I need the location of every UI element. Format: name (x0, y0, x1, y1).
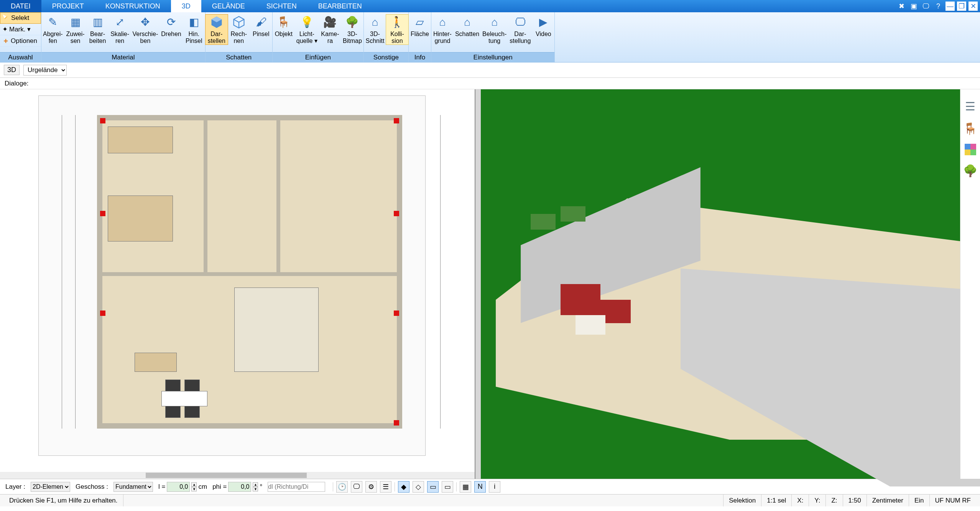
plan-canvas[interactable] (38, 95, 426, 456)
skalieren-button[interactable]: ⤢ Skalie-ren (109, 15, 131, 44)
info-icon[interactable]: i (489, 481, 500, 493)
abgreifen-button[interactable]: ✎ Abgrei-fen (41, 15, 64, 44)
cursor-icon (3, 15, 10, 21)
group-info: ▱ Fläche Info (409, 12, 431, 62)
snap2-icon[interactable]: ◇ (413, 481, 424, 493)
play-icon: ▶ (536, 15, 551, 30)
clock-icon[interactable]: 🕑 (336, 481, 348, 493)
phi-input[interactable] (228, 482, 251, 492)
group-sonstige: ⌂ 3D-Schnitt 🚶 Kolli-sion Sonstige (364, 12, 409, 62)
darstellen-button[interactable]: Dar-stellen (206, 15, 228, 44)
kamera-button[interactable]: 🎥 Kame-ra (319, 15, 341, 44)
titlebar-icons: ✖ ▣ 🖵 ? — ❐ ✕ (896, 0, 980, 12)
plan-2d-pane[interactable] (0, 89, 475, 479)
kollision-button[interactable]: 🚶 Kolli-sion (386, 15, 408, 44)
tab-datei[interactable]: DATEI (0, 0, 41, 12)
view-3d-pane[interactable]: ☰ 🪑 🌳 (481, 89, 980, 479)
mark-tool[interactable]: ✦ Mark. ▾ (0, 24, 41, 35)
screen-icon[interactable]: 🖵 (921, 1, 931, 11)
beleuchtung-button[interactable]: ⌂ Beleuch-tung (481, 15, 508, 44)
chair-icon[interactable]: 🪑 (964, 122, 977, 135)
length-spinner[interactable]: ▲▼ (191, 482, 197, 491)
wardrobe (108, 127, 173, 153)
snap3-icon[interactable]: ▭ (427, 481, 439, 493)
options-tool[interactable]: + Optionen (0, 35, 41, 47)
rechnen-button[interactable]: Rech-nen (228, 15, 250, 44)
rotate-icon: ⟳ (164, 15, 179, 30)
tab-projekt[interactable]: PROJEKT (41, 0, 95, 12)
close-button[interactable]: ✕ (968, 2, 978, 11)
geschoss-select[interactable]: Fundament (113, 482, 153, 492)
help-icon[interactable]: ? (933, 1, 943, 11)
tab-gelaende[interactable]: GELÄNDE (201, 0, 256, 12)
hin-pinsel-button[interactable]: ◧ Hin.Pinsel (183, 15, 205, 44)
marker (100, 311, 105, 316)
tab-sichten[interactable]: SICHTEN (256, 0, 307, 12)
video-button[interactable]: ▶ Video (532, 15, 554, 38)
gear-icon[interactable]: ⚙ (365, 481, 377, 493)
dialoge-bar: Dialoge: (0, 78, 980, 89)
phi-spinner[interactable]: ▲▼ (253, 482, 258, 491)
grid-icon[interactable]: ▦ (460, 481, 471, 493)
scale-icon: ⤢ (112, 15, 128, 30)
maximize-button[interactable]: ❐ (957, 2, 966, 11)
tab-bearbeiten[interactable]: BEARBEITEN (307, 0, 373, 12)
tools-icon[interactable]: ✖ (896, 1, 906, 11)
marker (100, 118, 105, 123)
view-3d-canvas[interactable] (481, 89, 980, 479)
flaeche-button[interactable]: ▱ Fläche (409, 15, 431, 38)
hintergrund-button[interactable]: ⌂ Hinter-grund (431, 15, 454, 44)
wall (97, 115, 402, 120)
d3schnitt-button[interactable]: ⌂ 3D-Schnitt (364, 15, 386, 44)
wall (397, 115, 402, 429)
d3bitmap-button[interactable]: 🌳 3D-Bitmap (341, 15, 363, 44)
selection-column: Selekt ✦ Mark. ▾ + Optionen Auswahl (0, 12, 41, 62)
tab-konstruktion[interactable]: KONSTRUKTION (95, 0, 171, 12)
camera-icon: 🎥 (322, 15, 338, 30)
length-input[interactable] (167, 482, 190, 492)
north-icon[interactable]: N (474, 481, 486, 493)
darstellung-button[interactable]: 🖵 Dar-stellung (508, 15, 532, 44)
tab-3d[interactable]: 3D (171, 0, 201, 12)
marker (394, 420, 399, 426)
ribbon: Selekt ✦ Mark. ▾ + Optionen Auswahl ✎ Ab… (0, 12, 980, 62)
bottom-toolbar: Layer : 2D-Elemen Geschoss : Fundament l… (0, 479, 980, 494)
scrollbar-thumb[interactable] (146, 473, 307, 478)
window-icon[interactable]: ▣ (909, 1, 919, 11)
bearbeiten-button[interactable]: ▥ Bear-beiten (87, 15, 109, 44)
length-unit: cm (198, 483, 207, 491)
status-x: X: (791, 495, 809, 506)
select-tool[interactable]: Selekt (0, 12, 41, 24)
objekt-button[interactable]: 🪑 Objekt (273, 15, 295, 38)
layer-select[interactable]: 2D-Elemen (31, 482, 70, 492)
house-outline-icon: ⌂ (460, 15, 475, 30)
minimize-button[interactable]: — (945, 2, 955, 11)
group-auswahl-label: Auswahl (0, 52, 41, 62)
terrain-select[interactable]: Urgelände (23, 65, 67, 76)
drehen-button[interactable]: ⟳ Drehen (159, 15, 183, 38)
marker (394, 211, 399, 216)
layers-icon[interactable]: ☰ (380, 481, 391, 493)
rug (234, 288, 319, 372)
snap4-icon[interactable]: ▭ (442, 481, 453, 493)
schatten-set-button[interactable]: ⌂ Schatten (454, 15, 481, 38)
zuweisen-button[interactable]: ▦ Zuwei-sen (64, 15, 87, 44)
area-icon: ▱ (412, 15, 428, 30)
marker (394, 311, 399, 316)
lichtquelle-button[interactable]: 💡 Licht-quelle ▾ (295, 15, 319, 44)
materials-icon[interactable] (965, 144, 976, 155)
menu-tabs: DATEI PROJEKT KONSTRUKTION 3D GELÄNDE SI… (0, 0, 980, 12)
pinsel-button[interactable]: 🖌 Pinsel (250, 15, 272, 38)
pane-splitter[interactable] (475, 89, 481, 479)
monitor-icon[interactable]: 🖵 (351, 481, 362, 493)
snap1-icon[interactable]: ◆ (398, 481, 409, 493)
plan-scrollbar-h[interactable] (0, 472, 475, 479)
floor-plan (97, 115, 402, 429)
edit-icon: ▥ (90, 15, 105, 30)
verschieben-button[interactable]: ✥ Verschie-ben (131, 15, 160, 44)
layers-icon[interactable]: ☰ (964, 99, 977, 113)
dl-input[interactable] (268, 482, 325, 492)
tree-icon[interactable]: 🌳 (964, 164, 977, 177)
sofa-3d (561, 284, 600, 315)
status-bar: Drücken Sie F1, um Hilfe zu erhalten. Se… (0, 494, 980, 506)
